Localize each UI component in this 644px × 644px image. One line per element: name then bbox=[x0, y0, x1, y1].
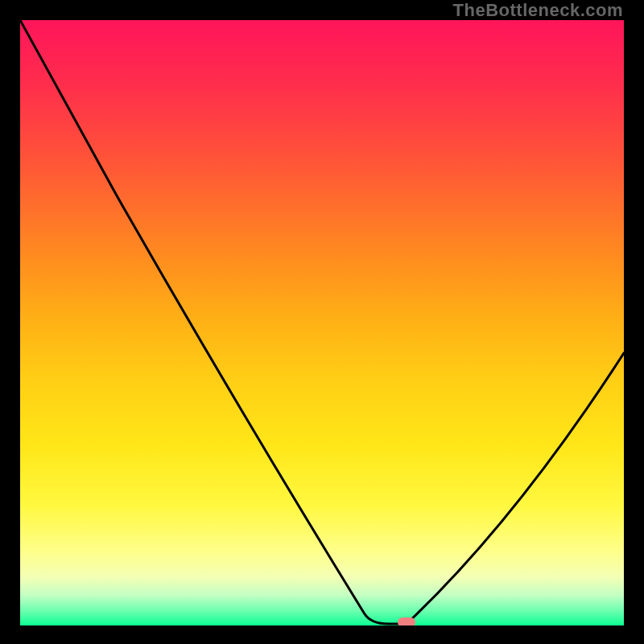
chart-container: TheBottleneck.com bbox=[0, 0, 644, 644]
watermark-text: TheBottleneck.com bbox=[453, 0, 623, 21]
bottleneck-curve bbox=[20, 20, 624, 625]
chart-panel bbox=[20, 20, 624, 625]
optimal-marker bbox=[398, 617, 415, 625]
